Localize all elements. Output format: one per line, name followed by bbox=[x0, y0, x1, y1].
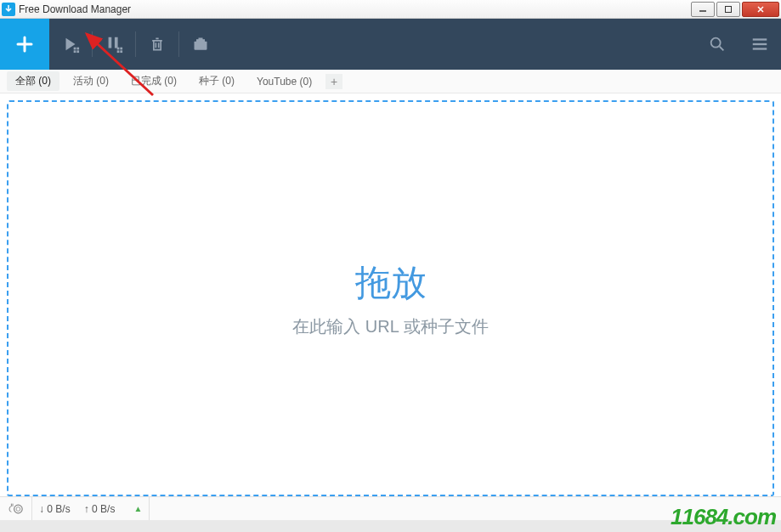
filter-tabs: 全部 (0) 活动 (0) 已完成 (0) 种子 (0) YouTube (0)… bbox=[0, 70, 781, 93]
menu-button[interactable] bbox=[739, 19, 781, 70]
svg-point-22 bbox=[16, 507, 20, 511]
svg-rect-13 bbox=[195, 42, 207, 50]
tab-youtube[interactable]: YouTube (0) bbox=[248, 73, 320, 90]
start-all-button[interactable] bbox=[49, 19, 92, 70]
dropzone-title: 拖放 bbox=[355, 259, 427, 307]
download-speed: ↓ 0 B/s bbox=[39, 503, 71, 515]
minimize-button[interactable] bbox=[691, 2, 715, 17]
svg-rect-6 bbox=[76, 50, 79, 53]
svg-rect-9 bbox=[117, 48, 120, 50]
dropzone[interactable]: 拖放 在此输入 URL 或种子文件 bbox=[7, 100, 774, 496]
app-icon bbox=[2, 3, 15, 16]
svg-rect-15 bbox=[199, 38, 203, 41]
svg-line-17 bbox=[720, 47, 724, 51]
svg-point-21 bbox=[14, 505, 22, 513]
pause-all-button[interactable] bbox=[93, 19, 135, 70]
add-download-button[interactable] bbox=[0, 19, 49, 70]
watermark: 11684.com bbox=[671, 504, 776, 530]
delete-button[interactable] bbox=[136, 19, 178, 70]
main-area: 拖放 在此输入 URL 或种子文件 bbox=[7, 100, 774, 496]
tab-torrents[interactable]: 种子 (0) bbox=[190, 71, 243, 91]
tab-all[interactable]: 全部 (0) bbox=[7, 71, 59, 91]
svg-rect-5 bbox=[74, 50, 76, 53]
svg-rect-10 bbox=[120, 48, 122, 50]
svg-rect-2 bbox=[726, 6, 732, 12]
expand-speed-icon[interactable]: ▲ bbox=[133, 504, 142, 513]
window-title: Free Download Manager bbox=[19, 3, 131, 15]
toolbar bbox=[0, 19, 781, 70]
bottom-edge bbox=[0, 520, 781, 532]
svg-rect-3 bbox=[74, 48, 76, 50]
svg-rect-4 bbox=[76, 48, 79, 50]
svg-point-16 bbox=[711, 38, 721, 48]
search-button[interactable] bbox=[696, 19, 739, 70]
dropzone-subtitle: 在此输入 URL 或种子文件 bbox=[292, 315, 488, 338]
window-controls bbox=[691, 2, 779, 17]
close-button[interactable] bbox=[742, 2, 779, 17]
maximize-button[interactable] bbox=[716, 2, 740, 17]
svg-rect-8 bbox=[115, 37, 118, 48]
svg-rect-7 bbox=[109, 37, 112, 48]
add-tab-button[interactable]: + bbox=[325, 74, 342, 89]
statusbar: ↓ 0 B/s ↑ 0 B/s ▲ bbox=[0, 496, 781, 520]
svg-rect-11 bbox=[117, 50, 120, 53]
open-folder-button[interactable] bbox=[179, 19, 222, 70]
tab-completed[interactable]: 已完成 (0) bbox=[122, 71, 185, 91]
speed-panel[interactable]: ↓ 0 B/s ↑ 0 B/s ▲ bbox=[32, 497, 150, 521]
snail-mode-button[interactable] bbox=[0, 497, 32, 521]
upload-speed: ↑ 0 B/s bbox=[84, 503, 116, 515]
svg-rect-12 bbox=[120, 50, 122, 53]
tab-active[interactable]: 活动 (0) bbox=[65, 71, 117, 91]
titlebar: Free Download Manager bbox=[0, 0, 781, 19]
